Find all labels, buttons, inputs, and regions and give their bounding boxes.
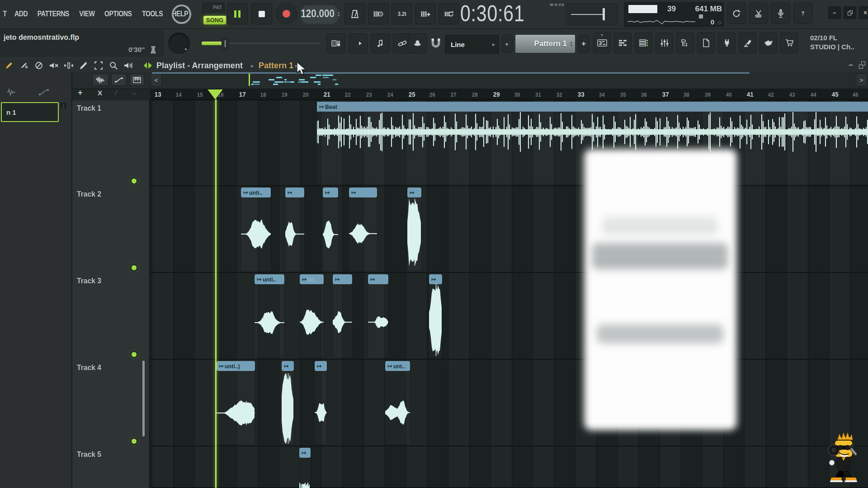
menu-item-tools[interactable]: TOOLS [142,10,163,18]
hand-button[interactable] [760,33,777,53]
clip-header[interactable]: ↦ [282,361,294,371]
clip-header[interactable]: ↦unti.. [241,188,271,197]
picker-collapse-button[interactable]: ¦ [60,102,67,110]
audio-clip[interactable]: ↦unt.. [385,361,410,444]
clip-header[interactable]: ↦un.. [300,274,324,284]
snap-selector[interactable]: Line ▸ [445,35,499,54]
stop-button[interactable] [251,3,272,24]
track-name-2[interactable]: Track 2 [77,190,101,199]
clip-header[interactable]: ↦ [323,188,338,197]
track4-scroll-strip[interactable] [142,361,145,436]
clip-header[interactable]: ↦ [315,361,327,371]
restore-button[interactable] [844,6,856,19]
shop-button[interactable] [780,33,798,53]
track-lane-2[interactable]: ↦unti..↦↦↦↦ [150,186,868,273]
loop-record-button[interactable] [439,3,459,24]
breadcrumb[interactable]: Pattern 1 [259,61,293,70]
track-led-4[interactable] [132,439,137,444]
slice-tool-button[interactable] [78,61,89,70]
track-lane-3[interactable]: ↦unti..↦un..↦↦↦ [150,273,868,360]
clip-header[interactable]: ↦Beat [317,102,868,112]
menu-item-add[interactable]: ADD [14,10,28,18]
tempo-spinner[interactable]: ▲▼ [337,11,340,17]
menu-item-options[interactable]: OPTIONS [104,10,132,18]
minitool-automation-button[interactable] [111,74,127,86]
audio-clip[interactable]: ↦ [299,448,311,486]
track-led-2[interactable] [132,265,137,270]
channel-rack-button[interactable] [635,33,652,53]
playlist-grid[interactable]: ↦Beat↦unti..↦↦↦↦↦unti..↦un..↦↦↦↦unti..)↦… [150,100,868,488]
audio-clip[interactable]: ↦un.. [299,274,324,357]
pattern-selector[interactable]: Pattern 1 ▲▼ [515,35,575,53]
wait-for-input-button[interactable] [368,3,389,24]
slide-button[interactable] [408,33,427,53]
pattern-prev-button[interactable]: ▸ [502,35,513,53]
audio-clip[interactable]: ↦unti..) [216,361,255,444]
minitool-wave-button[interactable] [92,74,108,86]
audio-clip[interactable]: ↦ [314,361,327,444]
menu-item-t[interactable]: T [3,10,7,18]
shift-slider[interactable] [195,29,322,58]
clip-header[interactable]: ↦unti..) [217,361,255,371]
draw-tool-button[interactable] [4,61,14,70]
menu-item-view[interactable]: VIEW [80,10,95,18]
track-name-5[interactable]: Track 5 [77,450,101,459]
audio-clip[interactable]: ↦ [368,274,389,357]
close-button[interactable]: × [859,6,868,19]
master-knob[interactable] [168,33,190,54]
playhead-marker[interactable] [208,89,223,99]
slip-tool-button[interactable] [63,61,74,70]
minitool-close-button[interactable]: X [98,89,102,97]
audio-clip[interactable]: ↦ [332,274,353,357]
pattern-add-button[interactable]: + [578,35,590,53]
clip-header[interactable]: ↦ [407,188,421,197]
scroll-range-indicator[interactable] [152,72,750,74]
audio-clip[interactable]: ↦unti.. [254,274,285,357]
audio-clip[interactable]: ↦ [349,188,377,271]
project-info-box[interactable]: jeto demosntrativo.flp 0'30'' [0,30,164,57]
playlist-restore-button[interactable] [859,61,867,69]
playback-tool-button[interactable] [123,61,134,70]
minimize-button[interactable]: – [828,6,841,19]
slider-handle[interactable] [222,38,229,50]
playlist-button[interactable]: ▼ [593,33,611,53]
plugin-button[interactable] [718,33,736,53]
clip-header[interactable]: ↦ [349,188,377,197]
scroll-right-button[interactable]: > [856,73,867,87]
clip-header[interactable]: ↦unti.. [255,274,284,284]
pat-song-toggle[interactable]: PAT SONG [202,3,225,26]
audio-clip[interactable]: ↦ [429,274,443,357]
track-lane-4[interactable]: ↦unti..)↦↦↦unt.. [150,360,868,446]
countdown-button[interactable]: 3.2t [392,3,412,24]
track-name-3[interactable]: Track 3 [77,277,101,286]
track-lane-5[interactable]: ↦ [150,446,868,488]
minitool-slope-icon[interactable]: ⁄ [116,89,117,96]
step-arrow-button[interactable] [349,33,368,53]
audio-clip[interactable]: ↦ [407,188,422,271]
audio-clip[interactable]: ↦ [322,188,339,271]
picker-selected-item[interactable]: n 1 [1,102,59,122]
undo-history-button[interactable] [727,3,746,24]
zoom-tool-button[interactable] [108,61,119,70]
playlist-minimize-button[interactable]: – [846,61,855,70]
audio-clip[interactable]: ↦ [285,188,305,271]
metronome-button[interactable] [344,3,365,24]
select-tool-button[interactable] [93,61,104,70]
clip-header[interactable]: ↦ [299,448,311,458]
remote-control-button[interactable] [739,33,756,53]
pause-button[interactable] [227,3,248,24]
menu-item-patterns[interactable]: PATTERNS [38,10,69,18]
overdub-button[interactable] [415,3,436,24]
pattern-spinner[interactable]: ▲▼ [570,41,573,47]
track-name-4[interactable]: Track 4 [77,363,101,372]
delete-tool-button[interactable] [33,61,44,70]
track-lane-1[interactable]: ↦Beat [150,100,868,186]
cut-button[interactable] [749,3,768,24]
shuttle-handle[interactable] [603,8,605,20]
clip-header[interactable]: ↦unt.. [385,361,410,371]
scroll-left-button[interactable]: < [151,73,162,87]
clip-header[interactable]: ↦ [285,188,304,197]
track-name-1[interactable]: Track 1 [77,104,101,113]
browser-button[interactable] [676,33,694,53]
picker-audio-icon[interactable] [6,88,16,97]
